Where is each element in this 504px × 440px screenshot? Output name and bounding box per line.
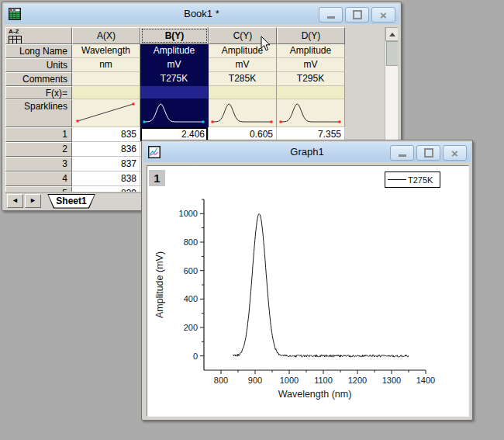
comments-a[interactable]	[72, 72, 140, 86]
svg-text:800: 800	[214, 376, 228, 385]
scrollbar-thumb[interactable]	[386, 41, 398, 66]
cell-a4[interactable]: 838	[72, 171, 140, 186]
row-number[interactable]: 1	[5, 127, 72, 142]
svg-text:0: 0	[193, 352, 198, 361]
units-c[interactable]: mV	[209, 58, 277, 72]
sheet-tab[interactable]: Sheet1	[47, 194, 95, 209]
graph-page: 8009001000110012001300140002004006008001…	[147, 165, 469, 417]
column-header-d[interactable]: D(Y)	[277, 27, 345, 44]
sparkline-d[interactable]	[277, 99, 345, 127]
tab-scroll-right-button[interactable]: ►	[25, 194, 41, 208]
sheet-tab-label: Sheet1	[48, 195, 95, 208]
ticks	[200, 199, 426, 374]
row-number[interactable]: 4	[5, 171, 72, 186]
row-label-sparklines[interactable]: Sparklines	[5, 99, 72, 127]
svg-text:1400: 1400	[416, 376, 435, 385]
sparkline-a[interactable]	[72, 99, 140, 127]
close-button[interactable]: ×	[443, 145, 467, 161]
units-a[interactable]: nm	[72, 58, 140, 72]
filler	[345, 58, 385, 72]
svg-text:1300: 1300	[382, 376, 401, 385]
header-filler	[345, 27, 385, 44]
svg-text:600: 600	[184, 266, 198, 275]
row-label-fx[interactable]: F(x)=	[5, 86, 72, 99]
minimize-icon	[399, 154, 406, 157]
long-name-b[interactable]: Amplitude	[140, 44, 209, 58]
minimize-icon	[327, 16, 335, 19]
row-number[interactable]: 2	[5, 142, 72, 157]
legend-line-sample	[388, 179, 406, 180]
layer-1-badge[interactable]: 1	[149, 170, 165, 186]
svg-text:900: 900	[248, 376, 262, 385]
cell-a1[interactable]: 835	[72, 127, 140, 142]
filler	[345, 44, 385, 58]
maximize-button[interactable]	[416, 145, 440, 161]
filler	[345, 99, 385, 127]
svg-text:400: 400	[184, 294, 198, 303]
graph-window: Graph1 × 8009001000110012001300140002004…	[141, 140, 473, 421]
maximize-icon	[424, 148, 433, 158]
cell-a3[interactable]: 837	[72, 157, 140, 171]
comments-b[interactable]: T275K	[140, 72, 209, 86]
fx-b[interactable]	[140, 86, 209, 99]
maximize-button[interactable]	[345, 7, 369, 23]
graph-titlebar[interactable]: Graph1 ×	[143, 142, 471, 162]
chevron-up-icon	[389, 33, 395, 36]
svg-text:800: 800	[184, 237, 198, 247]
x-axis-label: Wavelength (nm)	[278, 389, 352, 400]
svg-text:200: 200	[184, 323, 198, 332]
long-name-d[interactable]: Amplitude	[277, 44, 345, 58]
maximize-icon	[353, 10, 362, 19]
units-d[interactable]: mV	[277, 58, 345, 72]
long-name-a[interactable]: Wavelength	[72, 44, 140, 58]
svg-text:1000: 1000	[179, 209, 198, 218]
y-axis-label: Amplitude (mV)	[154, 251, 165, 318]
scroll-up-button[interactable]	[385, 27, 398, 41]
fx-a[interactable]	[72, 86, 140, 99]
column-header-c[interactable]: C(Y)	[209, 27, 277, 44]
tab-scroll-left-button[interactable]: ◄	[7, 194, 23, 208]
filler	[345, 86, 385, 99]
svg-text:1200: 1200	[348, 376, 367, 385]
az-sort-icon: A-Z	[9, 29, 19, 35]
row-label-comments[interactable]: Comments	[5, 72, 72, 86]
minimize-button[interactable]	[390, 145, 414, 161]
filler	[345, 72, 385, 86]
fx-d[interactable]	[277, 86, 345, 99]
desktop: { "desktop": {"bg_color": "#ABABAB"}, "b…	[0, 0, 504, 440]
cell-a2[interactable]: 836	[72, 142, 140, 157]
close-icon: ×	[451, 147, 458, 159]
cell-a5[interactable]: 839	[72, 186, 140, 192]
legend-label: T275K	[408, 175, 433, 185]
close-icon: ×	[380, 9, 387, 21]
svg-text:1100: 1100	[314, 376, 333, 385]
units-b[interactable]: mV	[140, 58, 209, 72]
comments-c[interactable]: T285K	[209, 72, 277, 86]
comments-d[interactable]: T295K	[277, 72, 345, 86]
sparkline-b[interactable]	[140, 99, 209, 127]
column-header-a[interactable]: A(X)	[72, 27, 140, 44]
axes	[204, 199, 426, 370]
long-name-c[interactable]: Amplitude	[209, 44, 277, 58]
table-grid-icon	[9, 36, 22, 44]
tick-labels: 8009001000110012001300140002004006008001…	[179, 209, 436, 385]
row-label-long-name[interactable]: Long Name	[5, 44, 72, 58]
legend[interactable]: T275K	[385, 171, 440, 188]
svg-text:1000: 1000	[280, 376, 299, 385]
workbook-titlebar[interactable]: Book1 * ×	[4, 4, 399, 24]
row-number[interactable]: 5	[5, 186, 72, 192]
row-label-units[interactable]: Units	[5, 58, 72, 72]
column-header-b[interactable]: B(Y)	[140, 27, 209, 44]
row-number[interactable]: 3	[5, 157, 72, 171]
corner-select-all-cell[interactable]: A-Z	[5, 27, 72, 44]
minimize-button[interactable]	[319, 7, 343, 23]
sparkline-c[interactable]	[209, 99, 277, 127]
data-curve	[233, 213, 408, 357]
plot-area[interactable]: 8009001000110012001300140002004006008001…	[147, 166, 468, 416]
fx-c[interactable]	[209, 86, 277, 99]
close-button[interactable]: ×	[371, 7, 395, 23]
